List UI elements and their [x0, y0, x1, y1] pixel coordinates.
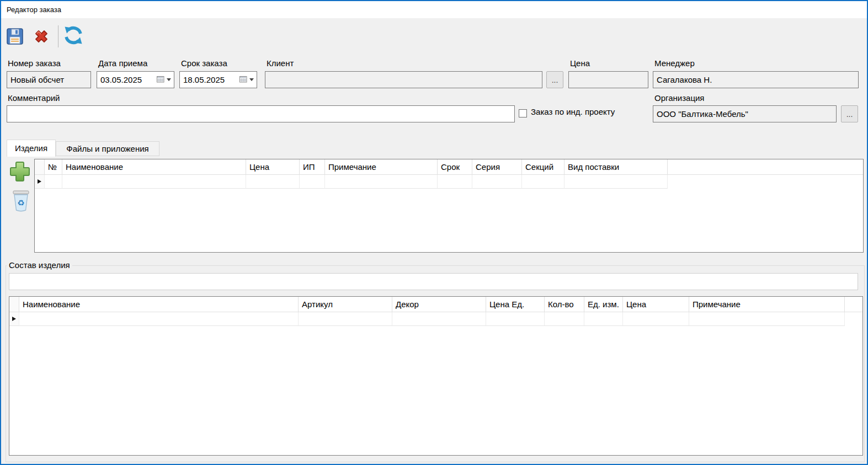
composition-group-label: Состав изделия	[7, 260, 72, 270]
title-bar: Редактор заказа	[1, 1, 867, 18]
cell[interactable]	[623, 312, 689, 326]
row-selector-cell[interactable]	[35, 175, 45, 189]
column-header[interactable]: Примечание	[325, 159, 438, 174]
order-editor-window: Редактор заказа	[0, 0, 868, 465]
price-label: Цена	[570, 58, 590, 68]
column-header[interactable]: Ед. изм.	[584, 297, 623, 312]
refresh-icon	[63, 25, 84, 46]
dropdown-arrow-icon	[167, 78, 171, 81]
cell[interactable]	[45, 175, 62, 189]
cell-filler	[845, 312, 862, 326]
due-date-label: Срок заказа	[181, 58, 227, 68]
cell[interactable]	[325, 175, 438, 189]
organization-label: Организация	[654, 93, 704, 103]
cell[interactable]	[246, 175, 300, 189]
receive-date-label: Дата приема	[98, 58, 147, 68]
column-header[interactable]: Вид поставки	[565, 159, 668, 174]
order-number-field: Новый обсчет	[7, 71, 91, 88]
trash-recycle-icon: ♻	[9, 206, 33, 215]
cell[interactable]	[62, 175, 246, 189]
refresh-button[interactable]	[63, 25, 84, 46]
cell[interactable]	[486, 312, 545, 326]
column-header[interactable]: №	[45, 159, 62, 174]
table-row[interactable]	[35, 175, 863, 189]
composition-table-header: Наименование Артикул Декор Цена Ед. Кол-…	[9, 297, 862, 312]
save-button[interactable]	[4, 26, 25, 47]
window-title: Редактор заказа	[7, 1, 61, 18]
cell[interactable]	[545, 312, 584, 326]
individual-project-label[interactable]: Заказ по инд. проекту	[531, 107, 615, 116]
column-header[interactable]: Цена Ед.	[486, 297, 545, 312]
comment-label: Комментарий	[8, 93, 60, 103]
cell[interactable]	[299, 312, 392, 326]
header-filler	[668, 159, 863, 174]
delete-product-button[interactable]: ♻	[9, 188, 33, 214]
client-browse-button[interactable]: ...	[546, 71, 563, 88]
cell-filler	[668, 175, 863, 189]
cell[interactable]	[300, 175, 325, 189]
cell[interactable]	[565, 175, 668, 189]
composition-table[interactable]: Наименование Артикул Декор Цена Ед. Кол-…	[9, 296, 863, 456]
cell[interactable]	[584, 312, 623, 326]
column-header[interactable]: Цена	[246, 159, 300, 174]
order-number-label: Номер заказа	[8, 58, 61, 68]
receive-date-picker[interactable]: 03.05.2025	[97, 71, 174, 88]
tab-files[interactable]: Файлы и приложения	[56, 141, 159, 156]
corner-header-cell	[35, 159, 45, 174]
dropdown-arrow-icon	[249, 78, 254, 81]
column-header[interactable]: Декор	[392, 297, 486, 312]
row-selector-cell[interactable]	[9, 312, 19, 326]
cell[interactable]	[438, 175, 472, 189]
column-header[interactable]: ИП	[300, 159, 325, 174]
cell[interactable]	[689, 312, 845, 326]
manager-label: Менеджер	[654, 58, 695, 68]
row-marker-icon	[12, 317, 16, 321]
column-header[interactable]: Примечание	[689, 297, 845, 312]
cancel-button[interactable]	[31, 26, 52, 47]
organization-field: ООО "Балтика-Мебель"	[653, 105, 837, 122]
save-icon	[4, 27, 25, 46]
comment-input[interactable]	[7, 105, 515, 122]
client-label: Клиент	[267, 58, 294, 68]
corner-header-cell	[9, 297, 19, 312]
manager-field: Сагалакова Н.	[653, 71, 859, 88]
svg-text:♻: ♻	[17, 198, 24, 207]
plus-icon	[8, 177, 32, 185]
column-header[interactable]: Кол-во	[545, 297, 584, 312]
calendar-icon	[157, 75, 164, 84]
table-row[interactable]	[9, 312, 862, 326]
column-header[interactable]: Секций	[522, 159, 565, 174]
organization-browse-button[interactable]: ...	[841, 105, 858, 122]
column-header[interactable]: Цена	[623, 297, 689, 312]
add-product-button[interactable]	[7, 159, 33, 185]
due-date-value: 18.05.2025	[183, 75, 239, 84]
individual-project-checkbox[interactable]	[519, 109, 527, 117]
cell[interactable]	[19, 312, 299, 326]
tab-products[interactable]: Изделия	[7, 140, 56, 157]
column-header[interactable]: Наименование	[62, 159, 246, 174]
composition-filter-input[interactable]	[9, 273, 858, 290]
products-table-header: № Наименование Цена ИП Примечание Срок С…	[35, 159, 863, 175]
column-header[interactable]: Серия	[472, 159, 522, 174]
products-table[interactable]: № Наименование Цена ИП Примечание Срок С…	[34, 159, 864, 253]
cell[interactable]	[472, 175, 522, 189]
cancel-icon	[31, 27, 52, 46]
price-field	[568, 71, 648, 88]
column-header[interactable]: Артикул	[299, 297, 392, 312]
cell[interactable]	[522, 175, 565, 189]
toolbar-separator	[58, 25, 58, 47]
header-filler	[845, 297, 862, 312]
column-header[interactable]: Наименование	[19, 297, 299, 312]
due-date-picker[interactable]: 18.05.2025	[179, 71, 257, 88]
cell[interactable]	[392, 312, 486, 326]
receive-date-value: 03.05.2025	[100, 75, 157, 84]
column-header[interactable]: Срок	[438, 159, 472, 174]
client-field	[265, 71, 542, 88]
calendar-icon	[239, 75, 247, 84]
row-marker-icon	[38, 179, 41, 184]
